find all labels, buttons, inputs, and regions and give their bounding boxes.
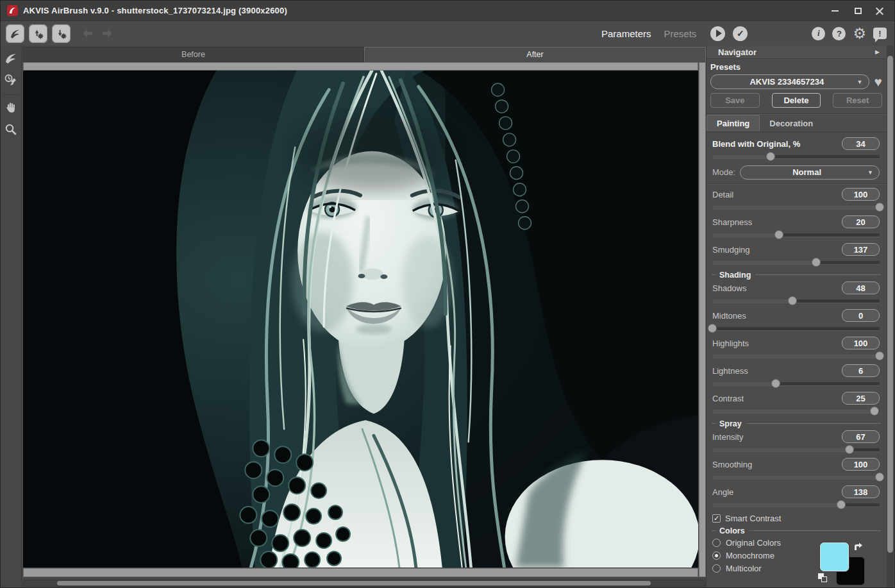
param-value-box[interactable]: 67 xyxy=(842,430,880,443)
param-slider[interactable] xyxy=(712,378,880,389)
slider-thumb[interactable] xyxy=(771,379,780,388)
delete-preset-button[interactable]: Delete xyxy=(772,93,821,108)
run-button[interactable] xyxy=(710,26,725,41)
param-value-box[interactable]: 6 xyxy=(842,364,880,377)
tab-painting[interactable]: Painting xyxy=(707,115,760,131)
image-scrollbar-top[interactable] xyxy=(23,62,698,71)
param-value-box[interactable]: 34 xyxy=(842,137,880,150)
viewport-scrollbar-thumb[interactable] xyxy=(57,581,651,585)
param-label: Sharpness xyxy=(712,217,842,227)
param-label: Smudging xyxy=(712,245,842,255)
param-slider[interactable] xyxy=(712,296,880,306)
tab-before[interactable]: Before xyxy=(22,47,364,62)
param-slider[interactable] xyxy=(712,323,880,333)
param-value-box[interactable]: 138 xyxy=(842,485,880,498)
redo-button[interactable] xyxy=(100,26,114,40)
last-parameters-tool[interactable] xyxy=(2,71,20,89)
param-value-box[interactable]: 20 xyxy=(842,215,880,228)
radio-label: Original Colors xyxy=(726,538,781,548)
slider-thumb[interactable] xyxy=(766,152,775,161)
help-button[interactable]: ? xyxy=(832,27,846,40)
slider-thumb[interactable] xyxy=(875,473,884,482)
open-image-button[interactable] xyxy=(6,24,24,43)
param-value-box[interactable]: 100 xyxy=(842,337,880,349)
maximize-button[interactable] xyxy=(847,1,869,21)
tab-decoration[interactable]: Decoration xyxy=(760,115,823,131)
colors-group-label: Colors xyxy=(719,526,745,535)
preferences-button[interactable]: ⚙ xyxy=(853,26,866,41)
quick-preview-tool[interactable] xyxy=(2,49,20,67)
navigator-header[interactable]: Navigator ▶ xyxy=(707,46,886,59)
minimize-button[interactable] xyxy=(824,1,846,21)
save-preset-button[interactable]: Save xyxy=(710,93,760,108)
param-slider[interactable] xyxy=(712,202,880,212)
colors-group-header: Colors xyxy=(707,525,886,536)
chevron-down-icon: ▼ xyxy=(867,169,873,176)
param-label: Blend with Original, % xyxy=(712,139,842,149)
import-arrow-gear-icon xyxy=(32,28,44,40)
play-icon xyxy=(716,29,722,37)
slider-thumb[interactable] xyxy=(788,296,797,305)
image-scrollbar-bottom[interactable] xyxy=(23,568,698,577)
slider-thumb[interactable] xyxy=(774,230,783,239)
viewport-horizontal-scrollbar[interactable] xyxy=(22,580,706,587)
slider-thumb[interactable] xyxy=(708,324,717,333)
param-value-box[interactable]: 137 xyxy=(842,243,880,256)
param-value-box[interactable]: 100 xyxy=(842,188,880,201)
tab-after[interactable]: After xyxy=(364,47,706,62)
checkbox[interactable]: ✓ xyxy=(712,514,721,523)
param-value-box[interactable]: 100 xyxy=(842,458,880,471)
panel-scrollbar[interactable] xyxy=(887,46,894,587)
tab-parameters[interactable]: Parameters xyxy=(601,28,651,39)
slider-thumb[interactable] xyxy=(812,258,821,267)
navigator-title: Navigator xyxy=(718,47,875,57)
param-value-box[interactable]: 25 xyxy=(842,392,880,405)
param-slider[interactable] xyxy=(712,257,880,267)
param-slider[interactable] xyxy=(712,230,880,240)
slider-thumb[interactable] xyxy=(837,500,846,509)
radio-button[interactable] xyxy=(712,564,721,573)
param-slider[interactable] xyxy=(712,500,880,510)
slider-thumb[interactable] xyxy=(875,203,884,212)
mode-select[interactable]: Normal▼ xyxy=(740,165,880,180)
reset-preset-button[interactable]: Reset xyxy=(833,93,882,108)
slider-thumb[interactable] xyxy=(875,351,884,360)
radio-button[interactable] xyxy=(712,551,721,560)
app-window: AKVIS AirBrush v.9.0 - shutterstock_1737… xyxy=(0,0,895,588)
param-slider[interactable] xyxy=(712,444,880,455)
feedback-button[interactable]: ! xyxy=(873,28,887,39)
hand-tool[interactable] xyxy=(2,99,20,117)
export-presets-button[interactable] xyxy=(52,24,71,43)
image-scrollbar-right[interactable] xyxy=(699,62,706,577)
param-row: Intensity67 xyxy=(707,429,886,457)
param-slider[interactable] xyxy=(712,472,880,482)
apply-button[interactable]: ✓ xyxy=(733,26,748,41)
divider xyxy=(707,181,886,187)
undo-button[interactable] xyxy=(81,26,95,40)
after-image-canvas[interactable] xyxy=(23,71,698,567)
favorite-heart-icon[interactable]: ♥ xyxy=(874,75,882,88)
param-slider[interactable] xyxy=(712,151,880,162)
radio-button[interactable] xyxy=(712,539,721,547)
param-value-box[interactable]: 0 xyxy=(842,309,880,322)
default-colors-icon[interactable] xyxy=(818,573,828,583)
param-slider[interactable] xyxy=(712,351,880,361)
about-button[interactable]: i xyxy=(812,27,825,40)
param-row: Shadows48 xyxy=(707,280,886,308)
panel-scrollbar-thumb[interactable] xyxy=(887,56,893,553)
param-value-box[interactable]: 48 xyxy=(842,281,880,294)
redo-arrow-icon xyxy=(101,29,113,38)
slider-thumb[interactable] xyxy=(870,407,879,416)
close-button[interactable] xyxy=(869,1,891,21)
info-icon: i xyxy=(817,28,820,38)
zoom-tool[interactable] xyxy=(2,121,20,139)
tab-presets[interactable]: Presets xyxy=(664,28,697,39)
param-slider[interactable] xyxy=(712,406,880,416)
group-label: Spray xyxy=(719,419,742,428)
import-presets-button[interactable] xyxy=(29,24,47,43)
swap-colors-icon[interactable] xyxy=(853,542,863,555)
preset-select[interactable]: AKVIS 2334657234 ▼ xyxy=(710,74,869,89)
slider-thumb[interactable] xyxy=(845,445,854,454)
alert-icon: ! xyxy=(878,29,881,38)
foreground-color-swatch[interactable] xyxy=(820,542,849,571)
